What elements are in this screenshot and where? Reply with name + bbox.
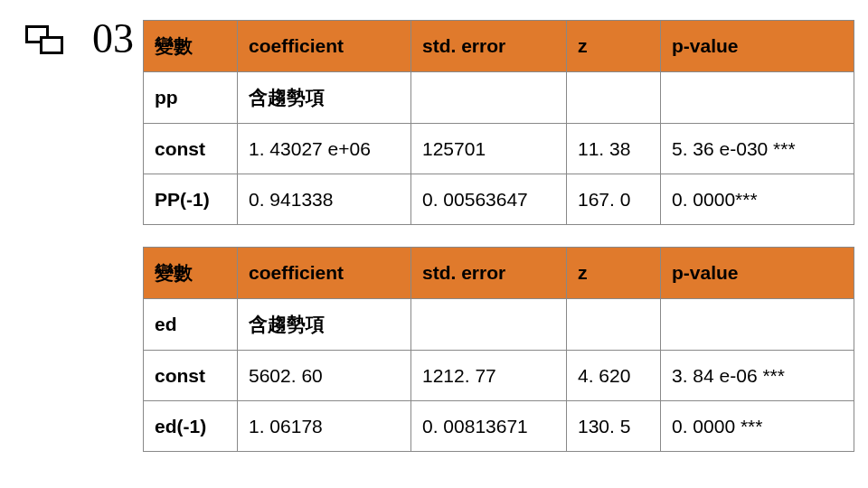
cell-stderr: 0. 00813671 bbox=[411, 401, 567, 452]
th-variable: 變數 bbox=[144, 21, 238, 72]
table-row: const 1. 43027 e+06 125701 11. 38 5. 36 … bbox=[144, 124, 854, 174]
cell-coef: 1. 43027 e+06 bbox=[238, 124, 411, 174]
cell-z: 11. 38 bbox=[567, 124, 661, 174]
cell-label: PP(-1) bbox=[144, 174, 238, 225]
th-variable: 變數 bbox=[144, 248, 238, 299]
cell-z: 4. 620 bbox=[567, 351, 661, 401]
cell-coef: 5602. 60 bbox=[238, 351, 411, 401]
cell-stderr bbox=[411, 72, 567, 124]
cell-label: ed(-1) bbox=[144, 401, 238, 452]
cell-stderr bbox=[411, 299, 567, 351]
th-pvalue: p-value bbox=[661, 21, 854, 72]
cell-stderr: 125701 bbox=[411, 124, 567, 174]
section-number: 03 bbox=[92, 14, 134, 62]
cell-stderr: 0. 00563647 bbox=[411, 174, 567, 225]
cell-label: const bbox=[144, 124, 238, 174]
overlap-squares-icon bbox=[25, 25, 69, 61]
cell-coef: 含趨勢項 bbox=[238, 299, 411, 351]
regression-table-2: 變數 coefficient std. error z p-value ed 含… bbox=[143, 247, 854, 452]
th-stderror: std. error bbox=[411, 21, 567, 72]
cell-pvalue: 0. 0000*** bbox=[661, 174, 854, 225]
cell-pvalue bbox=[661, 72, 854, 124]
cell-pvalue: 0. 0000 *** bbox=[661, 401, 854, 452]
th-coefficient: coefficient bbox=[238, 248, 411, 299]
table-row: pp 含趨勢項 bbox=[144, 72, 854, 124]
cell-label: const bbox=[144, 351, 238, 401]
th-pvalue: p-value bbox=[661, 248, 854, 299]
table-header-row: 變數 coefficient std. error z p-value bbox=[144, 248, 854, 299]
cell-z: 167. 0 bbox=[567, 174, 661, 225]
cell-z bbox=[567, 299, 661, 351]
cell-stderr: 1212. 77 bbox=[411, 351, 567, 401]
cell-z: 130. 5 bbox=[567, 401, 661, 452]
cell-coef: 含趨勢項 bbox=[238, 72, 411, 124]
cell-z bbox=[567, 72, 661, 124]
tables-container: 變數 coefficient std. error z p-value pp 含… bbox=[143, 20, 854, 452]
th-coefficient: coefficient bbox=[238, 21, 411, 72]
cell-label: ed bbox=[144, 299, 238, 351]
cell-pvalue: 5. 36 e-030 *** bbox=[661, 124, 854, 174]
table-row: PP(-1) 0. 941338 0. 00563647 167. 0 0. 0… bbox=[144, 174, 854, 225]
table-row: ed(-1) 1. 06178 0. 00813671 130. 5 0. 00… bbox=[144, 401, 854, 452]
table-row: ed 含趨勢項 bbox=[144, 299, 854, 351]
cell-pvalue: 3. 84 e-06 *** bbox=[661, 351, 854, 401]
cell-label: pp bbox=[144, 72, 238, 124]
th-z: z bbox=[567, 21, 661, 72]
th-stderror: std. error bbox=[411, 248, 567, 299]
cell-coef: 1. 06178 bbox=[238, 401, 411, 452]
regression-table-1: 變數 coefficient std. error z p-value pp 含… bbox=[143, 20, 854, 225]
cell-pvalue bbox=[661, 299, 854, 351]
th-z: z bbox=[567, 248, 661, 299]
table-row: const 5602. 60 1212. 77 4. 620 3. 84 e-0… bbox=[144, 351, 854, 401]
table-header-row: 變數 coefficient std. error z p-value bbox=[144, 21, 854, 72]
cell-coef: 0. 941338 bbox=[238, 174, 411, 225]
